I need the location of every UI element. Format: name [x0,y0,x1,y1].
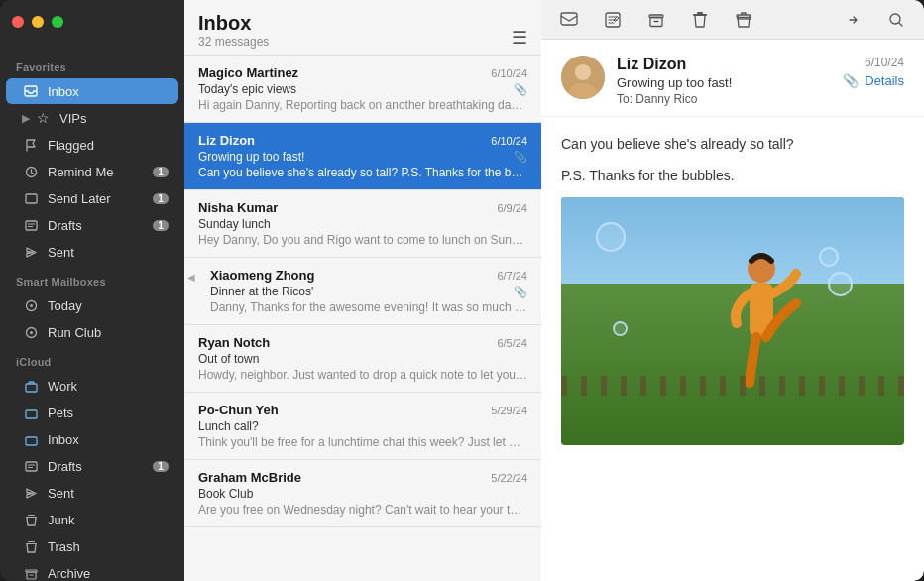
svg-point-7 [30,331,33,334]
sidebar-item-icloud-drafts-label: Drafts [48,459,82,474]
message-item[interactable]: Graham McBride 5/22/24 Book Club Are you… [184,460,541,527]
sidebar-item-icloud-sent-label: Sent [48,486,74,501]
message-preview: Hey Danny, Do you and Rigo want to come … [198,233,527,247]
smart-mailboxes-section-label: Smart Mailboxes [0,266,184,291]
message-item[interactable]: Liz Dizon 6/10/24 Growing up too fast! C… [184,123,541,190]
junk-icon [22,511,40,528]
move-button[interactable] [732,8,755,32]
reply-button[interactable] [557,8,581,32]
message-list: Inbox 32 messages ☰ Magico Martinez 6/10… [184,0,541,581]
icloud-sent-icon [22,484,40,502]
message-preview: Howdy, neighbor. Just wanted to drop a q… [198,368,527,382]
sidebar-item-flagged[interactable]: Flagged [6,132,178,158]
sidebar-item-pets-label: Pets [48,406,73,420]
message-subject: Lunch call? [198,419,527,433]
sidebar-item-send-later[interactable]: Send Later 1 [6,185,178,211]
detail-attachment-icon: 📎 [843,73,859,88]
sidebar-item-junk-label: Junk [48,513,74,527]
message-subject: Growing up too fast! [198,150,527,164]
to-label: To: [617,92,633,106]
svg-rect-11 [26,462,37,471]
messages-container: Magico Martinez 6/10/24 Today's epic vie… [184,56,541,581]
message-count: 32 messages [198,35,269,49]
detail-header: Liz Dizon Growing up too fast! To: Danny… [541,40,924,117]
sidebar-item-inbox-label: Inbox [48,84,79,99]
send-later-icon [22,189,40,207]
sidebar-item-inbox[interactable]: Inbox [6,78,178,104]
svg-rect-10 [26,437,37,445]
body-paragraph-1: Can you believe she's already so tall? [561,133,904,155]
detail-sender: Liz Dizon [617,56,831,73]
message-item[interactable]: Magico Martinez 6/10/24 Today's epic vie… [184,56,541,123]
message-item[interactable]: ◀ Xiaomeng Zhong 6/7/24 Dinner at the Ri… [184,258,541,325]
sidebar-item-trash-label: Trash [48,539,80,554]
delete-button[interactable] [688,8,712,32]
compose-button[interactable] [601,8,625,32]
detail-actions: 6/10/24 📎 Details [843,56,904,88]
minimize-button[interactable] [32,16,44,28]
sidebar-item-run-club[interactable]: Run Club [6,319,178,345]
message-date: 5/22/24 [491,472,527,484]
details-link[interactable]: Details [865,73,904,88]
svg-rect-2 [26,194,37,203]
sidebar-item-trash[interactable]: Trash [6,533,178,559]
body-paragraph-2: P.S. Thanks for the bubbles. [561,165,904,186]
sidebar-item-today[interactable]: Today [6,292,178,318]
flag-icon [22,136,40,154]
message-preview: Are you free on Wednesday night? Can't w… [198,503,527,517]
trash-icon [22,537,40,555]
svg-rect-13 [26,517,37,518]
remind-badge: 1 [153,167,169,177]
sidebar-item-archive[interactable]: Archive [6,560,178,581]
svg-rect-22 [697,12,703,14]
detail-toolbar [541,0,924,40]
svg-rect-15 [26,543,37,544]
sidebar-item-drafts[interactable]: Drafts 1 [6,212,178,238]
sidebar-item-work-label: Work [48,379,77,394]
sidebar-item-archive-label: Archive [48,566,90,581]
message-item[interactable]: Nisha Kumar 6/9/24 Sunday lunch Hey Dann… [184,190,541,258]
svg-rect-24 [737,15,751,18]
sidebar-item-vips-label: VIPs [59,111,86,126]
sidebar-item-junk[interactable]: Junk [6,507,178,532]
forward-icon: ◀ [187,272,195,283]
list-options-icon[interactable]: ☰ [512,27,527,49]
svg-rect-3 [26,221,37,230]
favorites-section-label: Favorites [0,52,184,77]
sidebar-item-run-club-label: Run Club [48,325,101,340]
sidebar-item-sent[interactable]: Sent [6,239,178,265]
message-sender: Po-Chun Yeh [198,403,279,417]
window-chrome [0,0,184,44]
message-subject: Book Club [198,487,527,501]
sidebar-item-remind-me[interactable]: Remind Me 1 [6,159,178,184]
today-icon [22,296,40,314]
star-icon: ☆ [34,109,52,127]
sidebar-item-icloud-sent[interactable]: Sent [6,480,178,506]
run-club-icon [22,323,40,341]
search-button[interactable] [884,8,908,32]
svg-point-27 [575,64,591,80]
maximize-button[interactable] [52,16,63,28]
svg-rect-8 [26,384,37,392]
sidebar-item-icloud-drafts[interactable]: Drafts 1 [6,453,178,479]
attachment-icon: 📎 [514,286,527,298]
sidebar-item-pets[interactable]: Pets [6,400,178,425]
message-subject: Sunday lunch [198,217,527,231]
message-item[interactable]: Ryan Notch 6/5/24 Out of town Howdy, nei… [184,325,541,393]
message-preview: Danny, Thanks for the awesome evening! I… [198,300,527,314]
more-button[interactable] [841,8,865,32]
icloud-drafts-icon [22,457,40,475]
sidebar-item-work[interactable]: Work [6,373,178,399]
sidebar-item-icloud-inbox[interactable]: Inbox [6,426,178,452]
sidebar-item-vips[interactable]: ▶ ☆ VIPs [6,105,178,131]
svg-point-25 [890,14,900,24]
close-button[interactable] [12,16,24,28]
to-name: Danny Rico [635,92,697,106]
archive-button[interactable] [644,8,668,32]
sidebar-item-drafts-label: Drafts [48,218,82,233]
detail-subject: Growing up too fast! [617,75,831,90]
sidebar-item-remind-label: Remind Me [48,165,113,179]
message-subject: Dinner at the Ricos' [198,285,527,298]
message-item[interactable]: Po-Chun Yeh 5/29/24 Lunch call? Think yo… [184,393,541,460]
sidebar-item-flagged-label: Flagged [48,138,94,153]
